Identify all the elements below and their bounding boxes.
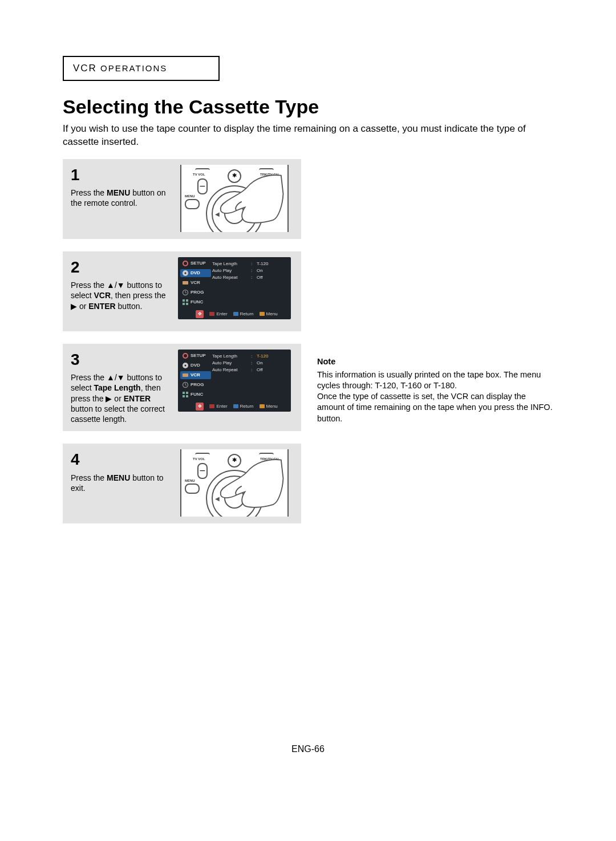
osd2-k2: Auto Repeat [212,367,251,372]
osd-main: Tape Length:T-120 Auto Play:On Auto Repe… [211,257,291,309]
osd-item-func: FUNC [180,391,211,399]
remote-label-tvvol: TV VOL [193,173,205,176]
s4-b1: MENU [107,473,130,482]
note-p2: Once the type of cassette is set, the VC… [317,391,553,424]
osd2-func: FUNC [191,392,203,397]
svg-rect-3 [183,281,188,285]
step-2-number: 2 [71,257,173,278]
menu-button-icon [185,199,200,209]
svg-point-0 [183,261,188,266]
step-4: 4 Press the MENU button to exit. TV VOL … [63,444,301,523]
remote-label-menu: MENU [185,194,195,198]
s2-t3: , then press the [111,291,166,300]
svg-rect-7 [183,303,185,305]
disc-icon [182,362,189,369]
osd-item-setup: SETUP [180,259,211,267]
svg-rect-8 [186,303,188,305]
menu-icon [260,312,265,316]
mute-button-icon: ✱ [228,454,241,468]
osd-item-prog: PROG [180,289,211,296]
menu-button-icon [185,484,200,494]
osd-item-vcr: VCR [180,279,211,287]
page-number: ENG-66 [291,744,325,754]
svg-rect-15 [186,392,188,394]
svg-rect-17 [186,395,188,397]
section-rest: PERATIONS [108,63,168,73]
svg-rect-5 [183,299,185,302]
osd-item-func: FUNC [180,298,211,306]
intro-text: If you wish to use the tape counter to d… [63,123,553,149]
osd-sidebar-2: SETUP DVD VCR PROG FUNC [178,350,211,401]
osd2-row-0: Tape Length:T-120 [212,353,289,360]
menu-icon [260,404,265,408]
s1-t1: Press the [71,188,107,197]
svg-point-9 [183,354,188,358]
step-4-text: 4 Press the MENU button to exit. [71,449,173,517]
svg-rect-12 [183,373,188,377]
step-1: 1 Press the MENU button on the remote co… [63,159,301,239]
enter-icon [209,312,214,316]
osd2-row-1: Auto Play:On [212,360,289,367]
osd-func: FUNC [191,299,203,304]
osd-main-2: Tape Length:T-120 Auto Play:On Auto Repe… [211,350,291,401]
osd2-v1: On [257,360,289,365]
osd-item-vcr: VCR [180,371,211,379]
svg-rect-14 [183,392,185,394]
return-icon [233,312,238,316]
osd2-row-2: Auto Repeat:Off [212,367,289,373]
step-4-figure: TV VOL TRK/TV CH MENU ✱ – ▲ ◀ ▶ [173,449,295,517]
step-1-figure: TV VOL TRK/TV CH MENU ✱ – ▲ ◀ ▶ [173,165,295,232]
s2-t4: or [77,302,88,311]
right-icon: ▶ [71,302,77,311]
remote-label-trk: TRK/TV CH [260,173,278,176]
osd2-setup: SETUP [191,353,206,358]
step-2: 2 Press the ▲/▼ buttons to select VCR, t… [63,251,301,331]
step-3-number: 3 [71,350,173,370]
s3-b1: Tape Length [94,383,140,392]
move-icon: ✥ [196,403,204,411]
arrow-up-icon: ▲ [232,479,237,485]
move-icon: ✥ [196,310,204,318]
vol-minus-icon: – [197,178,208,194]
cassette-icon [182,372,189,379]
updown-icon: ▲/▼ [107,281,125,290]
note-title: Note [317,356,553,367]
osd-v0: T-120 [257,261,289,266]
disc-icon [182,270,189,277]
remote2-label-trk: TRK/TV CH [260,457,278,461]
osd-row-1: Auto Play:On [212,267,289,274]
arrow-right-icon: ▶ [249,495,254,502]
s2-t5: button. [116,302,143,311]
s2-b2: ENTER [88,302,115,311]
svg-rect-16 [183,395,185,397]
remote2-label-menu: MENU [185,479,195,482]
s2-b1: VCR [94,291,111,300]
gear-icon [182,352,189,359]
s3-t1: Press the [71,373,107,382]
note-column: Note This information is usually printed… [317,159,553,523]
osd2-dvd: DVD [191,363,200,368]
section-prefix: VCR [73,63,97,74]
osd-v1: On [257,268,289,273]
osd2-prog: PROG [191,382,204,387]
osd-menu: SETUP DVD VCR PROG FUNC Tape Length:T-12… [178,257,291,319]
s2-t1: Press the [71,281,107,290]
clock-icon [182,289,189,296]
arrow-right-icon: ▶ [249,210,254,217]
osd-k1: Auto Play [212,268,251,273]
page: VCR OPERATIONS Selecting the Cassette Ty… [0,0,616,841]
step-4-number: 4 [71,449,173,470]
osd-vcr: VCR [191,280,200,285]
s3-t4: or [112,394,123,403]
s3-t5: button to select the correct cassette le… [71,404,165,424]
hint-return: Return [240,311,254,316]
return-icon [233,404,238,408]
enter-icon [209,404,214,408]
mute-button-icon: ✱ [228,169,241,183]
steps-column: 1 Press the MENU button on the remote co… [63,159,301,523]
note-p1: This information is usually printed on t… [317,369,553,391]
svg-rect-6 [186,299,188,302]
step-3-figure: SETUP DVD VCR PROG FUNC Tape Length:T-12… [173,350,295,424]
osd2-v0: T-120 [257,354,289,359]
right-icon: ▶ [106,394,112,403]
